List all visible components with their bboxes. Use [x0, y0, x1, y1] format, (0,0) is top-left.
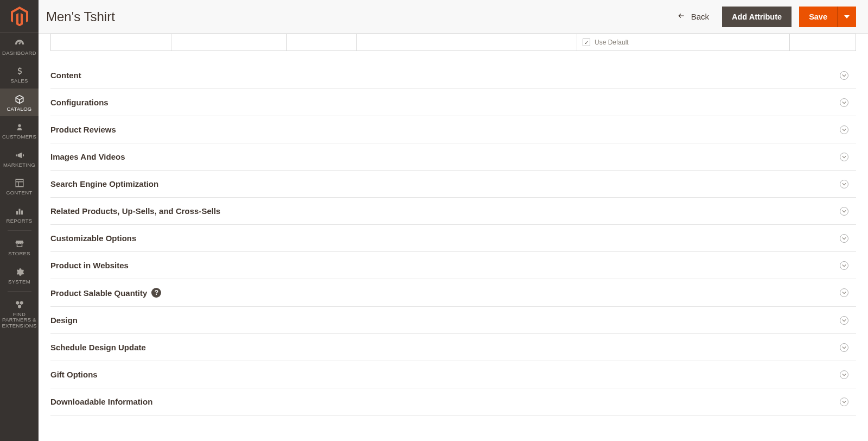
chevron-down-icon[interactable] — [840, 180, 848, 188]
nav-dashboard[interactable]: DASHBOARD — [0, 33, 39, 60]
chevron-down-icon[interactable] — [840, 370, 848, 379]
nav-reports[interactable]: REPORTS — [0, 200, 39, 228]
section-title-text: Schedule Design Update — [50, 343, 146, 352]
svg-rect-3 — [16, 211, 18, 215]
magento-logo-icon — [11, 7, 28, 26]
save-button-group: Save — [799, 7, 856, 27]
nav-label: CONTENT — [6, 190, 32, 196]
section-title: Downloadable Information — [50, 397, 152, 406]
section-title-text: Customizable Options — [50, 234, 136, 243]
chevron-down-icon[interactable] — [840, 71, 848, 80]
section-title-text: Gift Options — [50, 370, 98, 379]
section-customizable-options[interactable]: Customizable Options — [50, 225, 856, 252]
nav-label: SALES — [10, 78, 28, 84]
arrow-left-icon — [677, 12, 686, 21]
use-default-checkbox[interactable] — [583, 39, 590, 46]
back-label: Back — [691, 12, 709, 21]
storefront-icon — [14, 238, 25, 249]
nav-label: SYSTEM — [8, 279, 30, 285]
gear-icon — [14, 267, 25, 278]
section-content[interactable]: Content — [50, 62, 856, 89]
use-default-cell: Use Default — [577, 34, 790, 51]
section-title-text: Related Products, Up-Sells, and Cross-Se… — [50, 206, 220, 216]
section-title-text: Configurations — [50, 98, 108, 107]
grid-cell — [287, 34, 357, 51]
nav-divider — [8, 230, 31, 231]
chevron-down-icon[interactable] — [840, 288, 848, 297]
svg-rect-5 — [21, 210, 23, 215]
section-title: Configurations — [50, 98, 108, 107]
nav-label: DASHBOARD — [2, 51, 36, 56]
section-downloadable-information[interactable]: Downloadable Information — [50, 388, 856, 415]
section-title: Product in Websites — [50, 261, 129, 270]
section-title: Images And Videos — [50, 152, 125, 161]
section-title: Gift Options — [50, 370, 98, 379]
nav-customers[interactable]: CUSTOMERS — [0, 116, 39, 144]
add-attribute-button[interactable]: Add Attribute — [722, 7, 792, 27]
nav-label: CUSTOMERS — [2, 134, 36, 140]
save-button[interactable]: Save — [799, 7, 838, 27]
section-title: Customizable Options — [50, 234, 136, 243]
nav-stores[interactable]: STORES — [0, 233, 39, 261]
save-dropdown-toggle[interactable] — [838, 7, 856, 27]
section-title-text: Content — [50, 71, 81, 80]
section-title-text: Downloadable Information — [50, 397, 152, 406]
nav-system[interactable]: SYSTEM — [0, 261, 39, 289]
chevron-down-icon[interactable] — [840, 153, 848, 161]
section-gift-options[interactable]: Gift Options — [50, 361, 856, 388]
section-title: Product Salable Quantity? — [50, 288, 161, 298]
nav-sales[interactable]: SALES — [0, 60, 39, 88]
nav-label: STORES — [8, 251, 30, 256]
grid-cell — [790, 34, 856, 51]
section-product-salable-quantity[interactable]: Product Salable Quantity? — [50, 279, 856, 307]
grid-cell — [357, 34, 577, 51]
chevron-down-icon[interactable] — [840, 207, 848, 216]
magento-logo[interactable] — [0, 0, 39, 33]
nav-label: CATALOG — [7, 106, 31, 112]
section-title-text: Images And Videos — [50, 152, 125, 161]
section-title-text: Search Engine Optimization — [50, 179, 158, 188]
section-product-reviews[interactable]: Product Reviews — [50, 116, 856, 143]
section-title: Related Products, Up-Sells, and Cross-Se… — [50, 206, 220, 216]
section-title-text: Product in Websites — [50, 261, 129, 270]
svg-rect-0 — [16, 179, 23, 187]
chevron-down-icon[interactable] — [840, 234, 848, 243]
section-configurations[interactable]: Configurations — [50, 89, 856, 116]
nav-marketing[interactable]: MARKETING — [0, 144, 39, 172]
nav-catalog[interactable]: CATALOG — [0, 89, 39, 116]
section-title: Design — [50, 316, 78, 325]
chevron-down-icon[interactable] — [840, 98, 848, 107]
section-design[interactable]: Design — [50, 307, 856, 334]
bars-icon — [14, 206, 25, 217]
section-search-engine-optimization[interactable]: Search Engine Optimization — [50, 171, 856, 198]
grid-cell — [51, 34, 171, 51]
chevron-down-icon[interactable] — [840, 316, 848, 325]
nav-divider — [8, 291, 31, 292]
chevron-down-icon[interactable] — [840, 398, 848, 406]
section-title: Product Reviews — [50, 125, 116, 134]
section-images-and-videos[interactable]: Images And Videos — [50, 143, 856, 171]
svg-rect-4 — [18, 209, 20, 215]
chevron-down-icon[interactable] — [840, 125, 848, 134]
main-content: Men's Tshirt Back Add Attribute Save — [39, 0, 868, 441]
section-related-products-up-sells-and-cross-sells[interactable]: Related Products, Up-Sells, and Cross-Se… — [50, 198, 856, 225]
header-actions: Back Add Attribute Save — [672, 7, 856, 27]
caret-down-icon — [844, 12, 850, 21]
nav-content[interactable]: CONTENT — [0, 172, 39, 200]
nav-partners[interactable]: FIND PARTNERS & EXTENSIONS — [0, 294, 39, 333]
section-schedule-design-update[interactable]: Schedule Design Update — [50, 334, 856, 361]
section-title-text: Design — [50, 316, 78, 325]
use-default-label: Use Default — [595, 39, 629, 46]
boxes-icon — [14, 299, 25, 310]
section-product-in-websites[interactable]: Product in Websites — [50, 252, 856, 279]
back-button[interactable]: Back — [672, 9, 714, 24]
gauge-icon — [14, 38, 25, 49]
chevron-down-icon[interactable] — [840, 261, 848, 270]
section-title: Search Engine Optimization — [50, 179, 158, 188]
page-title: Men's Tshirt — [46, 9, 672, 24]
help-icon[interactable]: ? — [151, 288, 161, 298]
sections-container: ContentConfigurationsProduct ReviewsImag… — [50, 62, 856, 415]
section-title: Schedule Design Update — [50, 343, 146, 352]
section-title-text: Product Salable Quantity — [50, 288, 147, 298]
chevron-down-icon[interactable] — [840, 343, 848, 352]
